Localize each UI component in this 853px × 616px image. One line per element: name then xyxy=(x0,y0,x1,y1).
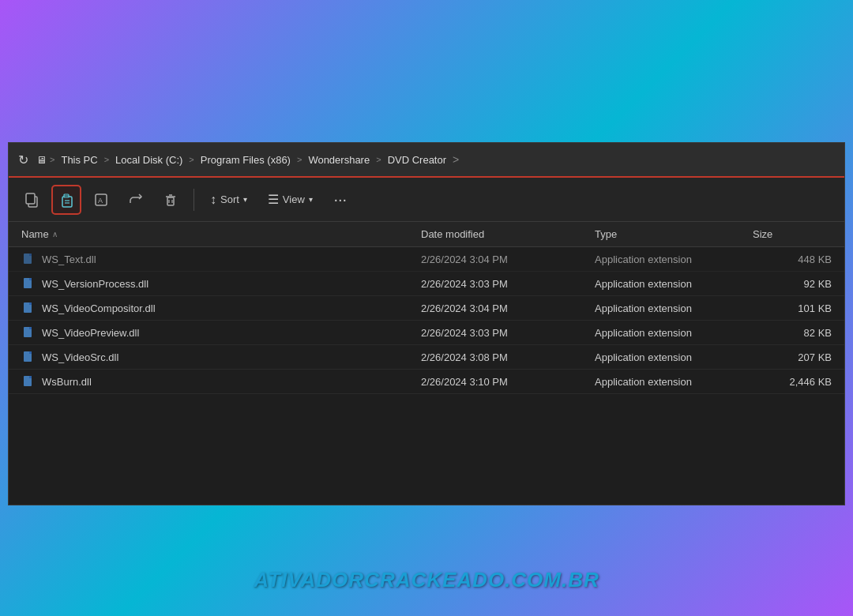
view-label: View xyxy=(283,193,305,205)
table-row[interactable]: WS_VersionProcess.dll 2/26/2024 3:03 PM … xyxy=(9,272,844,296)
file-name-cell: WS_VideoPreview.dll xyxy=(21,325,421,340)
svg-rect-14 xyxy=(26,193,35,204)
path-separator-1: > xyxy=(104,155,109,164)
sort-label: Sort xyxy=(220,193,239,205)
delete-button[interactable] xyxy=(156,185,186,215)
column-header-size[interactable]: Size xyxy=(753,228,832,240)
paste-button[interactable] xyxy=(51,185,81,215)
file-icon xyxy=(21,276,36,291)
file-name-cell: WS_Text.dll xyxy=(21,252,421,266)
svg-text:A: A xyxy=(98,197,103,205)
refresh-button[interactable]: ↻ xyxy=(15,149,32,171)
svg-rect-30 xyxy=(29,278,32,280)
sort-chevron-icon: ▾ xyxy=(243,195,247,204)
file-icon xyxy=(21,301,36,315)
toolbar-separator-1 xyxy=(194,189,194,211)
name-sort-arrow: ∧ xyxy=(52,230,58,239)
svg-rect-32 xyxy=(29,302,32,305)
svg-rect-36 xyxy=(29,351,32,354)
computer-icon: 🖥 xyxy=(36,154,47,166)
table-row[interactable]: WS_VideoCompositor.dll 2/26/2024 3:04 PM… xyxy=(9,296,844,321)
address-bar: ↻ 🖥 > This PC > Local Disk (C:) > Progra… xyxy=(9,143,844,178)
svg-rect-34 xyxy=(29,327,32,329)
column-header-name[interactable]: Name ∧ xyxy=(21,228,421,240)
file-name-cell: WS_VideoCompositor.dll xyxy=(21,301,421,315)
svg-rect-22 xyxy=(167,197,174,205)
copy-button[interactable] xyxy=(17,185,47,215)
share-button[interactable] xyxy=(121,185,151,215)
explorer-window: ↻ 🖥 > This PC > Local Disk (C:) > Progra… xyxy=(8,142,845,505)
path-separator-4: > xyxy=(376,155,381,164)
file-name-cell: WsBurn.dll xyxy=(21,374,421,389)
file-list-header: Name ∧ Date modified Type Size xyxy=(9,222,844,247)
table-row[interactable]: WsBurn.dll 2/26/2024 3:10 PM Application… xyxy=(9,370,844,394)
table-row[interactable]: WS_VideoPreview.dll 2/26/2024 3:03 PM Ap… xyxy=(9,321,844,345)
svg-rect-15 xyxy=(62,197,72,207)
view-button[interactable]: ☰ View ▾ xyxy=(260,185,321,215)
breadcrumb-wondershare[interactable]: Wondershare xyxy=(305,152,373,167)
view-icon: ☰ xyxy=(268,192,279,207)
file-name-cell: WS_VideoSrc.dll xyxy=(21,350,421,364)
view-chevron-icon: ▾ xyxy=(309,195,313,204)
table-row[interactable]: WS_Text.dll 2/26/2024 3:04 PM Applicatio… xyxy=(9,247,844,272)
file-icon xyxy=(21,252,36,266)
file-icon xyxy=(21,374,36,389)
breadcrumb-dvd-creator[interactable]: DVD Creator xyxy=(385,152,449,167)
path-separator-3: > xyxy=(297,155,302,164)
file-icon xyxy=(21,350,36,364)
svg-rect-38 xyxy=(29,376,32,378)
svg-rect-17 xyxy=(64,195,69,197)
file-name-cell: WS_VersionProcess.dll xyxy=(21,276,421,291)
file-list: Name ∧ Date modified Type Size xyxy=(9,222,844,505)
column-header-type[interactable]: Type xyxy=(595,228,753,240)
breadcrumb-this-pc[interactable]: This PC xyxy=(58,152,100,167)
breadcrumb: 🖥 > This PC > Local Disk (C:) > Program … xyxy=(36,152,838,167)
more-options-button[interactable]: ··· xyxy=(325,185,355,215)
svg-rect-28 xyxy=(29,254,32,256)
column-header-date[interactable]: Date modified xyxy=(421,228,595,240)
watermark: ATIVADORCRACKEADO.COM.BR xyxy=(0,568,853,592)
breadcrumb-program-files[interactable]: Program Files (x86) xyxy=(197,152,294,167)
more-label: ··· xyxy=(333,190,347,208)
file-icon xyxy=(21,325,36,340)
path-separator-0: > xyxy=(50,155,54,164)
breadcrumb-local-disk[interactable]: Local Disk (C:) xyxy=(112,152,186,167)
toolbar: A ↕ Sort ▾ xyxy=(9,178,844,222)
sort-icon: ↕ xyxy=(210,193,216,207)
path-separator-2: > xyxy=(189,155,194,164)
table-row[interactable]: WS_VideoSrc.dll 2/26/2024 3:08 PM Applic… xyxy=(9,345,844,370)
sort-button[interactable]: ↕ Sort ▾ xyxy=(202,185,255,215)
path-more-icon: > xyxy=(453,153,459,166)
rename-button[interactable]: A xyxy=(86,185,116,215)
